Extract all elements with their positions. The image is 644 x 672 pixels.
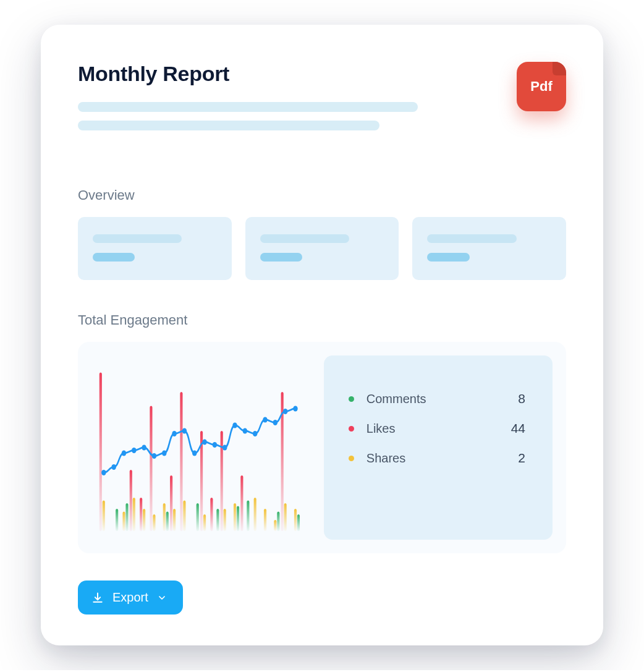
overview-card [245,217,399,280]
svg-rect-15 [153,514,155,531]
download-icon [91,592,104,604]
svg-point-45 [192,451,197,456]
legend-label: Comments [366,392,519,406]
svg-rect-31 [216,509,219,531]
engagement-chart-panel: Comments8Likes44Shares2 [78,342,566,553]
svg-rect-13 [133,498,135,531]
svg-point-36 [101,470,106,475]
svg-point-53 [273,420,278,425]
svg-rect-19 [203,514,206,531]
svg-rect-34 [277,512,279,532]
description-placeholder [78,102,418,130]
svg-rect-7 [210,498,213,531]
export-button[interactable]: Export [78,581,183,615]
pdf-badge-label: Pdf [530,79,552,95]
svg-rect-4 [170,475,172,531]
legend-dot-icon [349,396,354,402]
svg-point-39 [132,448,136,453]
overview-card [78,217,232,280]
placeholder-line [427,234,516,243]
svg-rect-20 [224,509,226,531]
svg-rect-14 [143,509,145,531]
svg-rect-22 [254,498,256,531]
legend-value: 2 [518,451,525,466]
placeholder-line [78,121,379,130]
legend-value: 44 [511,421,525,436]
chart-legend: Comments8Likes44Shares2 [324,355,553,540]
svg-rect-17 [173,509,176,531]
legend-label: Shares [366,451,519,466]
legend-row: Likes44 [349,421,525,436]
svg-point-55 [293,406,297,412]
svg-rect-23 [264,509,266,531]
svg-rect-1 [130,470,132,531]
svg-point-47 [213,442,217,448]
svg-rect-26 [294,509,297,531]
svg-rect-9 [240,475,243,531]
placeholder-line [260,253,302,262]
svg-rect-2 [140,498,142,531]
overview-heading: Overview [78,187,566,203]
svg-point-51 [253,431,257,436]
engagement-chart [91,355,308,540]
svg-rect-11 [103,501,105,532]
svg-rect-27 [116,509,118,531]
chevron-down-icon [157,593,167,603]
svg-point-40 [142,445,146,451]
placeholder-line [427,253,469,262]
legend-value: 8 [518,391,525,406]
svg-rect-32 [237,506,239,532]
export-button-label: Export [112,590,148,605]
svg-point-38 [122,451,126,456]
svg-point-46 [202,440,206,445]
legend-dot-icon [349,456,354,461]
svg-rect-16 [163,503,166,531]
legend-row: Comments8 [349,391,525,406]
placeholder-line [93,234,182,243]
svg-point-41 [152,453,156,459]
pdf-badge-icon[interactable]: Pdf [517,62,566,111]
overview-cards [78,217,566,280]
svg-rect-12 [122,512,125,532]
svg-point-50 [243,428,247,434]
engagement-heading: Total Engagement [78,312,566,328]
svg-point-52 [263,417,267,423]
svg-rect-35 [297,514,300,531]
svg-point-48 [222,445,227,451]
svg-rect-30 [197,503,199,531]
svg-point-43 [172,431,176,436]
page-title: Monthly Report [78,62,418,86]
svg-rect-25 [284,503,287,531]
svg-point-44 [182,428,187,434]
svg-point-37 [111,464,116,470]
svg-point-42 [162,451,166,456]
svg-rect-3 [150,406,152,532]
svg-rect-33 [247,501,249,532]
svg-rect-0 [100,373,102,532]
legend-row: Shares2 [349,451,525,466]
legend-dot-icon [349,426,354,432]
report-card: Monthly Report Pdf Overview Total Engage… [41,25,603,645]
placeholder-line [260,234,349,243]
svg-rect-28 [125,503,128,531]
svg-rect-24 [274,520,276,531]
placeholder-line [93,253,135,262]
svg-point-54 [283,409,287,414]
legend-label: Likes [366,422,511,436]
svg-rect-21 [234,503,236,531]
svg-point-49 [232,423,237,428]
svg-rect-5 [180,392,182,531]
overview-card [412,217,566,280]
placeholder-line [78,102,418,112]
svg-rect-18 [183,501,185,532]
svg-rect-29 [166,512,169,532]
